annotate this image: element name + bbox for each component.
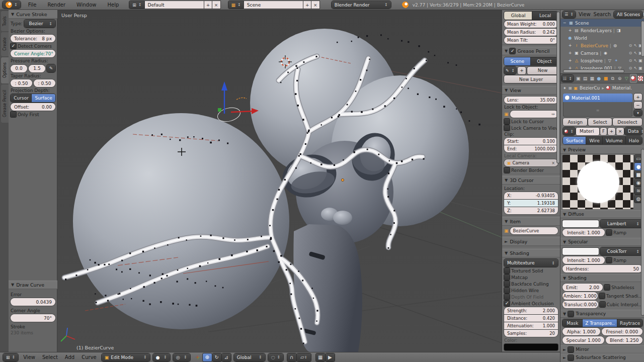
corner-angle-field[interactable]: Corner Angle:70° (11, 50, 55, 57)
scene-name-field[interactable]: Scene (244, 1, 303, 9)
object-data-tab-icon[interactable]: ▽ (623, 74, 630, 82)
shading-panel-header[interactable]: ▼Shading (560, 274, 644, 282)
outliner-menu-view[interactable]: View (579, 12, 591, 17)
menu-file[interactable]: File (25, 2, 40, 8)
sss-checkbox[interactable] (568, 355, 574, 360)
node-icon[interactable]: ⊞ (569, 86, 572, 90)
menu-window[interactable]: Window (73, 2, 100, 8)
tab-tools[interactable]: Tools (1, 11, 9, 31)
specular-ramp-checkbox[interactable] (606, 257, 612, 263)
pressure-min-field[interactable]: 0.0 (11, 65, 27, 72)
surface-tab[interactable]: Surface (563, 137, 586, 144)
opengl-render-anim-button[interactable]: ▶ (326, 353, 335, 361)
npanel-scrollbar[interactable] (557, 12, 559, 163)
visibility-toggle[interactable]: ⊙ (628, 58, 633, 63)
lock-to-object-field[interactable]: ✑ (510, 111, 558, 118)
render-border-checkbox[interactable] (504, 167, 510, 173)
tab-options[interactable]: Options (1, 57, 9, 83)
view-panel-header[interactable]: ▼View (502, 86, 560, 95)
ao-strength-field[interactable]: Strength:2.000 (504, 307, 558, 314)
textured-solid-checkbox[interactable] (504, 268, 510, 274)
mean-tilt-field[interactable]: Mean Tilt:0° (504, 37, 558, 44)
snap-element-select[interactable]: ▱↕ (297, 353, 311, 361)
corner-angle-field[interactable]: 70° (11, 314, 55, 322)
outliner-row-beziercurve[interactable]: +≀BezierCurve|◍ ⊙↖▣ (560, 42, 644, 49)
transparency-panel-header[interactable]: ▼Transparency (560, 310, 644, 318)
expand-icon[interactable]: + (568, 43, 573, 48)
mirror-panel-header[interactable]: ►Mirror (560, 345, 644, 353)
gp-new-button[interactable]: New (527, 67, 558, 74)
menu-render[interactable]: Render (44, 2, 69, 8)
viewport-3d[interactable]: User Persp (1) BezierCurve (57, 10, 502, 352)
menu-curve[interactable]: Curve (79, 354, 99, 360)
hardness-slider[interactable]: Hardness:50 (562, 265, 642, 273)
data-toggle[interactable]: Data↕ (625, 127, 642, 135)
outliner-row-world[interactable]: ●World (560, 34, 644, 42)
ambient-occlusion-checkbox[interactable] (504, 301, 510, 306)
stylus-pressure-button[interactable]: ✎ (47, 64, 55, 72)
item-panel-header[interactable]: ▼Item (502, 217, 560, 226)
visibility-toggle[interactable]: ⊙ (628, 66, 633, 70)
mean-radius-field[interactable]: Mean Radius:0.242 (504, 29, 558, 36)
outliner-hscrollbar[interactable] (564, 70, 624, 72)
texture-tab-icon[interactable] (637, 74, 643, 82)
gp-datablock-browse[interactable]: ✎↕ (504, 66, 516, 74)
shadeless-checkbox[interactable] (604, 285, 610, 290)
hidden-wire-checkbox[interactable] (504, 288, 510, 293)
tangent-shading-checkbox[interactable] (599, 293, 605, 299)
close-icon[interactable]: × (551, 161, 555, 165)
ztransparency-tab[interactable]: Z Transpare.. (583, 319, 618, 327)
selectability-toggle[interactable]: ↖ (633, 43, 638, 48)
draw-curve-panel-header[interactable]: ▼Draw Curve (9, 281, 57, 289)
add-scene-button[interactable]: + (303, 1, 311, 9)
global-tab[interactable]: Global (504, 12, 532, 20)
local-camera-field[interactable]: ▣Camera× (504, 159, 558, 166)
grease-pencil-panel-header[interactable]: ▼Grease Pencil (502, 47, 560, 55)
specular-panel-header[interactable]: ▼Specular (560, 238, 644, 246)
mask-tab[interactable]: Mask (562, 319, 583, 327)
tab-create[interactable]: Create (1, 32, 9, 56)
slot-specials-button[interactable]: ▾ (634, 110, 642, 116)
list-resize-grip[interactable]: = (563, 108, 632, 113)
cubic-interpolation-checkbox[interactable] (600, 302, 605, 307)
breadcrumb-material[interactable]: Material. (612, 85, 632, 90)
cursor-x-field[interactable]: X:-0.93405 (504, 192, 558, 199)
matcap-checkbox[interactable] (504, 275, 510, 280)
properties-scrollbar[interactable] (641, 149, 644, 315)
ao-color-swatch[interactable] (504, 344, 558, 350)
emit-slider[interactable]: Emit:2.00 (562, 284, 603, 291)
viewport-shading-select[interactable]: ●↕ (153, 353, 170, 361)
gp-object-tab[interactable]: Object (531, 57, 558, 65)
world-tab-icon[interactable]: ● (596, 74, 602, 82)
object-tab-icon[interactable]: ■ (603, 74, 609, 82)
lock-to-cursor-checkbox[interactable] (504, 119, 510, 124)
outliner-row-camera[interactable]: +▣Camera|◉ ⊙↖▣ (560, 49, 644, 57)
halo-tab[interactable]: Halo (626, 137, 642, 144)
tolerance-field[interactable]: Tolerance:8 px (11, 35, 55, 42)
deselect-button[interactable]: Deselect (613, 118, 642, 126)
local-tab[interactable]: Local (532, 12, 558, 20)
modifiers-tab-icon[interactable]: ⊚ (616, 74, 623, 82)
diffuse-intensity-slider[interactable]: Intensit:1.000 (562, 229, 605, 236)
editor-type-button[interactable]: ⊞↕ (3, 353, 18, 361)
ambient-slider[interactable]: Ambien:1.000 (562, 292, 598, 300)
curve-stroke-panel-header[interactable]: ▼Curve Stroke (9, 10, 57, 19)
wire-tab[interactable]: Wire (586, 137, 602, 144)
mean-weight-field[interactable]: Mean Weight:0.000 (504, 21, 558, 28)
outliner-row-renderlayers[interactable]: +▤RenderLayers|◨ (560, 27, 644, 34)
menu-add[interactable]: Add (63, 354, 76, 360)
scene-tab-icon[interactable]: ▦ (589, 74, 595, 82)
gp-new-layer-button[interactable]: New Layer (504, 75, 558, 83)
menu-view[interactable]: View (21, 354, 37, 360)
visibility-toggle[interactable]: ⊙ (628, 51, 633, 55)
pin-icon[interactable]: ✦ (563, 86, 567, 90)
translucency-slider[interactable]: Transluc:0.000 (562, 301, 598, 308)
screen-layout-browse-button[interactable]: ⊞↕ (129, 1, 144, 9)
renderability-toggle[interactable]: ▣ (638, 58, 643, 63)
shading-mode-select[interactable]: Multitexture↕ (504, 259, 558, 267)
pressure-max-field[interactable]: 1.5 (29, 65, 45, 72)
ao-samples-field[interactable]: Samples:20 (504, 330, 558, 337)
projection-cursor-button[interactable]: Cursor (11, 94, 32, 102)
new-material-button[interactable]: + (608, 128, 615, 135)
outliner-row-icosphere[interactable]: +△Icosphere|▽✦ ⊙↖▣ (560, 57, 644, 64)
